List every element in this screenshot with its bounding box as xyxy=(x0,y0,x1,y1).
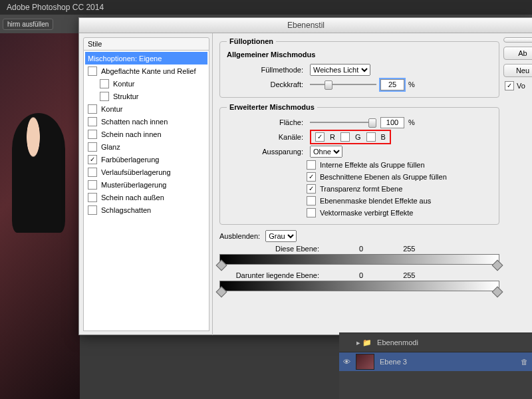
style-checkbox[interactable] xyxy=(88,180,97,190)
options-column: Fülloptionen Allgemeiner Mischmodus Füll… xyxy=(213,33,503,335)
style-row[interactable]: Abgeflachte Kante und Relief xyxy=(85,65,207,77)
style-row[interactable]: Glanz xyxy=(85,140,207,153)
document-canvas[interactable] xyxy=(0,33,80,399)
style-row[interactable]: Schatten nach innen xyxy=(85,115,207,128)
opacity-label: Deckkraft: xyxy=(227,80,306,88)
style-checkbox[interactable] xyxy=(88,168,97,177)
opt-transparency-shapes-checkbox[interactable] xyxy=(307,184,316,194)
fill-options-title: Fülloptionen xyxy=(227,37,276,45)
style-row[interactable]: Mischoptionen: Eigene xyxy=(85,52,207,65)
style-checkbox[interactable] xyxy=(88,142,97,152)
general-blend-title: Allgemeiner Mischmodus xyxy=(227,51,492,59)
opt-layer-mask-hides-checkbox[interactable] xyxy=(307,196,316,205)
style-label: Schatten nach innen xyxy=(101,118,168,126)
style-row[interactable]: Farbüberlagerung xyxy=(85,153,207,166)
style-label: Kontur xyxy=(113,80,134,88)
fill-opacity-unit: % xyxy=(408,118,415,126)
fill-opacity-value[interactable]: 100 xyxy=(380,117,404,128)
visibility-toggle[interactable]: 👁 xyxy=(343,358,350,366)
blend-if-select[interactable]: Grau xyxy=(265,230,297,242)
style-checkbox[interactable] xyxy=(88,117,97,126)
advanced-blend-title: Erweiterter Mischmodus xyxy=(227,103,317,111)
style-checkbox[interactable] xyxy=(88,193,97,202)
advanced-blend-group: Erweiterter Mischmodus Fläche: 100 % Kan… xyxy=(219,103,499,225)
style-row[interactable]: Struktur xyxy=(85,90,207,102)
style-label: Mischoptionen: Eigene xyxy=(88,55,162,63)
style-label: Schein nach innen xyxy=(101,130,162,138)
style-row[interactable]: Musterüberlagerung xyxy=(85,178,207,191)
opacity-unit: % xyxy=(408,80,415,88)
layer-style-dialog: Ebenenstil Stile Mischoptionen: EigeneAb… xyxy=(78,17,532,335)
channels-label: Kanäle: xyxy=(227,133,306,141)
fill-options-group: Fülloptionen Allgemeiner Mischmodus Füll… xyxy=(219,37,499,98)
opacity-slider[interactable] xyxy=(310,80,376,88)
style-row[interactable]: Kontur xyxy=(85,102,207,115)
underlying-layer-label: Darunter liegende Ebene: xyxy=(219,271,319,279)
folder-icon: ▸ 📁 xyxy=(356,338,372,347)
style-checkbox[interactable] xyxy=(88,155,97,164)
blend-if-label: Ausblenden: xyxy=(219,232,260,240)
channel-b-checkbox[interactable] xyxy=(366,132,376,142)
knockout-select[interactable]: Ohne xyxy=(310,146,342,158)
underlying-layer-gradient[interactable] xyxy=(219,281,499,291)
opt-vector-mask-hides-checkbox[interactable] xyxy=(307,208,316,217)
styles-header: Stile xyxy=(83,37,209,51)
style-row[interactable]: Schlagschatten xyxy=(85,203,207,216)
channels-highlight: R G B xyxy=(310,130,391,144)
style-label: Glanz xyxy=(101,143,120,151)
style-label: Farbüberlagerung xyxy=(101,156,159,164)
layers-panel: ▸ 📁 Ebenenmodi 👁 Ebene 3 🗑 xyxy=(339,332,532,399)
style-checkbox[interactable] xyxy=(100,92,109,101)
opacity-value[interactable]: 25 xyxy=(380,79,404,90)
styles-column: Stile Mischoptionen: EigeneAbgeflachte K… xyxy=(79,33,213,335)
opt-internal-effects-checkbox[interactable] xyxy=(307,160,316,170)
style-label: Schlagschatten xyxy=(101,206,151,214)
layer-folder-row[interactable]: ▸ 📁 Ebenenmodi xyxy=(339,332,532,352)
layer-name: Ebene 3 xyxy=(380,358,407,366)
opt-clipped-layers-checkbox[interactable] xyxy=(307,172,316,182)
folder-name: Ebenenmodi xyxy=(377,338,418,346)
style-row[interactable]: Kontur xyxy=(85,77,207,90)
new-style-button[interactable]: Neu xyxy=(503,64,532,77)
fill-screen-button[interactable]: hirm ausfüllen xyxy=(3,19,53,30)
ok-button[interactable] xyxy=(503,37,532,43)
style-checkbox[interactable] xyxy=(88,205,97,215)
style-row[interactable]: Schein nach außen xyxy=(85,191,207,203)
blend-mode-select[interactable]: Weiches Licht xyxy=(310,64,370,76)
style-checkbox[interactable] xyxy=(88,130,97,139)
cancel-button[interactable]: Ab xyxy=(503,47,532,60)
dialog-buttons: Ab Neu Vo xyxy=(503,33,532,335)
channel-r-checkbox[interactable] xyxy=(315,132,325,142)
style-checkbox[interactable] xyxy=(88,104,97,114)
style-label: Schein nach außen xyxy=(101,194,164,201)
style-label: Verlaufsüberlagerung xyxy=(101,168,171,176)
artwork-preview xyxy=(12,113,65,233)
channel-g-checkbox[interactable] xyxy=(340,132,350,142)
preview-checkbox[interactable]: Vo xyxy=(503,81,532,90)
this-layer-gradient[interactable] xyxy=(219,254,499,265)
blend-mode-label: Füllmethode: xyxy=(227,66,306,74)
dialog-title: Ebenenstil xyxy=(79,18,532,33)
fill-opacity-slider[interactable] xyxy=(310,118,376,126)
styles-list: Mischoptionen: EigeneAbgeflachte Kante u… xyxy=(83,51,209,331)
style-label: Musterüberlagerung xyxy=(101,181,166,189)
style-label: Struktur xyxy=(113,92,139,100)
app-title-bar: Adobe Photoshop CC 2014 xyxy=(0,0,532,15)
style-label: Kontur xyxy=(101,105,122,113)
fill-opacity-label: Fläche: xyxy=(227,118,306,126)
style-checkbox[interactable] xyxy=(88,66,97,76)
this-layer-label: Diese Ebene: xyxy=(219,245,319,253)
style-label: Abgeflachte Kante und Relief xyxy=(101,67,196,75)
knockout-label: Aussparung: xyxy=(227,148,306,156)
style-checkbox[interactable] xyxy=(100,79,109,88)
style-row[interactable]: Schein nach innen xyxy=(85,128,207,140)
style-row[interactable]: Verlaufsüberlagerung xyxy=(85,166,207,178)
layer-thumbnail xyxy=(356,354,374,370)
app-title: Adobe Photoshop CC 2014 xyxy=(7,3,104,12)
layer-row[interactable]: 👁 Ebene 3 🗑 xyxy=(339,352,532,371)
trash-icon[interactable]: 🗑 xyxy=(521,358,528,366)
